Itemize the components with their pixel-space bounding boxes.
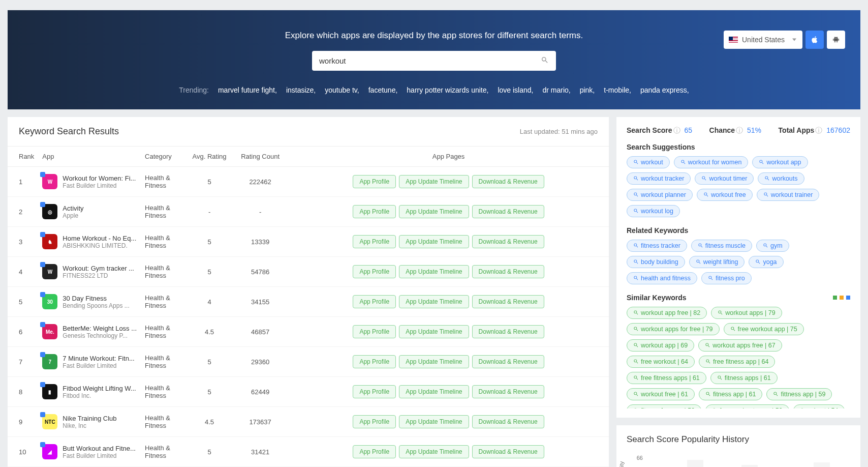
- app-name[interactable]: BetterMe: Weight Loss ...: [63, 325, 137, 332]
- keyword-pill[interactable]: workout app | 69: [627, 339, 694, 352]
- search-input[interactable]: [319, 56, 541, 65]
- app-name[interactable]: Home Workout - No Eq...: [63, 235, 136, 242]
- trending-item[interactable]: facetune,: [368, 86, 398, 94]
- keyword-pill[interactable]: workout app: [752, 156, 808, 168]
- keyword-pill[interactable]: workout tracker: [627, 172, 691, 185]
- pill-label: workout free | 61: [641, 391, 688, 398]
- trending-item[interactable]: t-mobile,: [604, 86, 631, 94]
- page-button[interactable]: Download & Revenue: [472, 415, 544, 428]
- search-icon: [633, 243, 639, 249]
- keyword-pill[interactable]: workout trainer: [757, 189, 820, 201]
- page-button[interactable]: App Update Timeline: [399, 445, 469, 458]
- keyword-pill[interactable]: body building: [627, 256, 685, 268]
- keyword-pill[interactable]: fitness app | 61: [699, 388, 763, 400]
- keyword-pill[interactable]: fitness tracker: [627, 240, 687, 252]
- page-button[interactable]: Download & Revenue: [472, 295, 544, 308]
- keyword-pill[interactable]: workout apps for free | 79: [627, 323, 720, 335]
- keyword-pill[interactable]: workout timer: [695, 172, 754, 185]
- search-icon: [633, 275, 639, 282]
- page-button[interactable]: App Update Timeline: [399, 325, 469, 338]
- platform-android-button[interactable]: [827, 31, 845, 49]
- keyword-pill[interactable]: workout app free | 82: [627, 307, 707, 319]
- page-button[interactable]: App Profile: [353, 175, 396, 188]
- keyword-pill[interactable]: gym: [756, 240, 789, 252]
- app-name[interactable]: Butt Workout and Fitne...: [63, 445, 136, 452]
- page-button[interactable]: Download & Revenue: [472, 175, 544, 188]
- help-icon[interactable]: ⓘ: [673, 126, 680, 134]
- page-button[interactable]: App Update Timeline: [399, 355, 469, 368]
- keyword-pill[interactable]: weight lifting: [689, 256, 745, 268]
- page-button[interactable]: App Update Timeline: [399, 175, 469, 188]
- keyword-pill[interactable]: workout free | 61: [627, 388, 695, 400]
- help-icon[interactable]: ⓘ: [815, 126, 822, 134]
- page-button[interactable]: Download & Revenue: [472, 235, 544, 248]
- page-button[interactable]: App Profile: [353, 205, 396, 218]
- page-button[interactable]: Download & Revenue: [472, 205, 544, 218]
- page-button[interactable]: App Profile: [353, 235, 396, 248]
- page-button[interactable]: App Profile: [353, 415, 396, 428]
- keyword-pill[interactable]: fitness pro: [701, 272, 752, 284]
- trending-item[interactable]: marvel future fight,: [218, 86, 277, 94]
- page-button[interactable]: App Update Timeline: [399, 265, 469, 278]
- keyword-pill[interactable]: workout for women: [674, 156, 749, 168]
- trending-item[interactable]: harry potter wizards unite,: [407, 86, 488, 94]
- trending-item[interactable]: dr mario,: [542, 86, 570, 94]
- help-icon[interactable]: ⓘ: [736, 126, 743, 134]
- keyword-pill[interactable]: workout: [627, 156, 670, 168]
- keyword-pill[interactable]: fitness for men | 56: [627, 404, 701, 408]
- app-name[interactable]: 30 Day Fitness: [63, 295, 129, 302]
- page-button[interactable]: App Profile: [353, 445, 396, 458]
- keyword-pill[interactable]: workout log: [627, 205, 680, 217]
- trending-item[interactable]: panda express,: [640, 86, 689, 94]
- page-button[interactable]: Download & Revenue: [472, 265, 544, 278]
- keyword-pill[interactable]: fittness app | 59: [766, 388, 832, 400]
- page-button[interactable]: App Update Timeline: [399, 205, 469, 218]
- rank: 5: [8, 287, 38, 317]
- search-icon[interactable]: [541, 56, 549, 66]
- keyword-pill[interactable]: fitness muscle: [691, 240, 752, 252]
- keyword-pill[interactable]: workout apps | 79: [711, 307, 782, 319]
- keyword-pill[interactable]: yoga: [749, 256, 783, 268]
- similar-scroll[interactable]: workout app free | 82workout apps | 79wo…: [627, 307, 850, 408]
- keyword-pill[interactable]: health and fitness: [627, 272, 697, 284]
- trending-item[interactable]: love island,: [498, 86, 533, 94]
- keyword-pill[interactable]: fitness apps | 61: [710, 372, 778, 384]
- page-button[interactable]: App Profile: [353, 385, 396, 398]
- pill-label: workout apps free | 67: [712, 342, 775, 349]
- app-name[interactable]: Nike Training Club: [63, 415, 116, 422]
- page-button[interactable]: Download & Revenue: [472, 385, 544, 398]
- keyword-pill[interactable]: free workout apps | 56: [705, 404, 789, 408]
- page-button[interactable]: Download & Revenue: [472, 355, 544, 368]
- keyword-pill[interactable]: workout apps free | 67: [698, 339, 782, 352]
- keyword-pill[interactable]: free fitness apps | 61: [627, 372, 706, 384]
- keyword-pill[interactable]: free fitness app | 64: [699, 356, 776, 368]
- keyword-pill[interactable]: wrkout | 54: [793, 404, 845, 408]
- search-score-label: Search Score: [627, 126, 672, 134]
- page-button[interactable]: App Profile: [353, 355, 396, 368]
- keyword-pill[interactable]: workout free: [697, 189, 753, 201]
- app-name[interactable]: Workout for Women: Fi...: [63, 174, 136, 182]
- platform-ios-button[interactable]: [805, 31, 824, 49]
- trending-item[interactable]: youtube tv,: [325, 86, 359, 94]
- page-button[interactable]: App Profile: [353, 295, 396, 308]
- page-button[interactable]: App Update Timeline: [399, 235, 469, 248]
- page-button[interactable]: App Update Timeline: [399, 415, 469, 428]
- country-select[interactable]: United States: [724, 31, 802, 49]
- page-button[interactable]: Download & Revenue: [472, 325, 544, 338]
- page-button[interactable]: App Profile: [353, 325, 396, 338]
- page-button[interactable]: Download & Revenue: [472, 445, 544, 458]
- page-button[interactable]: App Update Timeline: [399, 295, 469, 308]
- keyword-pill[interactable]: workout planner: [627, 189, 693, 201]
- app-name[interactable]: Workout: Gym tracker ...: [63, 265, 134, 272]
- keyword-pill[interactable]: free workout app | 75: [724, 323, 804, 335]
- app-name[interactable]: Fitbod Weight Lifting W...: [63, 385, 136, 392]
- keyword-pill[interactable]: free workout | 64: [627, 356, 695, 368]
- keyword-pill[interactable]: workouts: [758, 172, 804, 185]
- app-name[interactable]: Activity: [63, 205, 83, 212]
- trending-item[interactable]: instasize,: [286, 86, 316, 94]
- page-button[interactable]: App Profile: [353, 265, 396, 278]
- search-box[interactable]: [312, 51, 556, 71]
- page-button[interactable]: App Update Timeline: [399, 385, 469, 398]
- app-name[interactable]: 7 Minute Workout: Fitn...: [63, 355, 134, 362]
- trending-item[interactable]: pink,: [580, 86, 595, 94]
